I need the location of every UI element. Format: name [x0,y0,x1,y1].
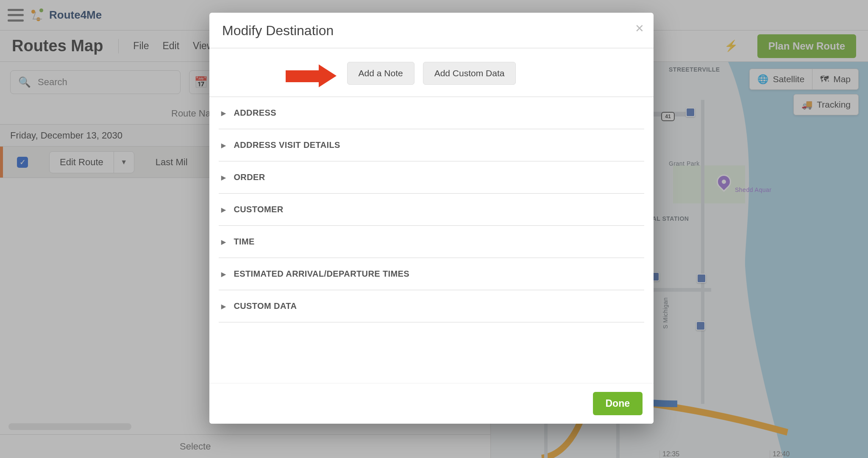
chevron-right-icon: ▶ [221,271,226,278]
section-address-label: ADDRESS [234,108,276,118]
section-order-label: ORDER [234,172,265,182]
chevron-right-icon: ▶ [221,303,226,310]
chevron-right-icon: ▶ [221,239,226,245]
section-time[interactable]: ▶TIME [219,226,644,258]
chevron-right-icon: ▶ [221,142,226,149]
section-custom-data[interactable]: ▶CUSTOM DATA [219,290,644,322]
section-time-label: TIME [234,237,254,247]
section-eta[interactable]: ▶ESTIMATED ARRIVAL/DEPARTURE TIMES [219,258,644,290]
chevron-right-icon: ▶ [221,206,226,213]
section-customer[interactable]: ▶CUSTOMER [219,194,644,225]
add-custom-data-button[interactable]: Add Custom Data [423,62,516,85]
section-custom-label: CUSTOM DATA [234,301,297,311]
section-eta-label: ESTIMATED ARRIVAL/DEPARTURE TIMES [234,269,409,279]
section-order[interactable]: ▶ORDER [219,161,644,193]
section-customer-label: CUSTOMER [234,205,283,214]
modify-destination-modal: Modify Destination ✕ Add a Note Add Cust… [209,13,654,424]
chevron-right-icon: ▶ [221,174,226,181]
section-visit-details[interactable]: ▶ADDRESS VISIT DETAILS [219,129,644,161]
add-note-button[interactable]: Add a Note [347,62,415,85]
chevron-right-icon: ▶ [221,110,226,117]
annotation-arrow-icon [286,64,337,87]
modal-title: Modify Destination [222,23,334,38]
section-address[interactable]: ▶ADDRESS [219,97,644,129]
section-visit-label: ADDRESS VISIT DETAILS [234,140,340,150]
done-button[interactable]: Done [593,392,643,415]
modal-close-button[interactable]: ✕ [635,22,644,35]
